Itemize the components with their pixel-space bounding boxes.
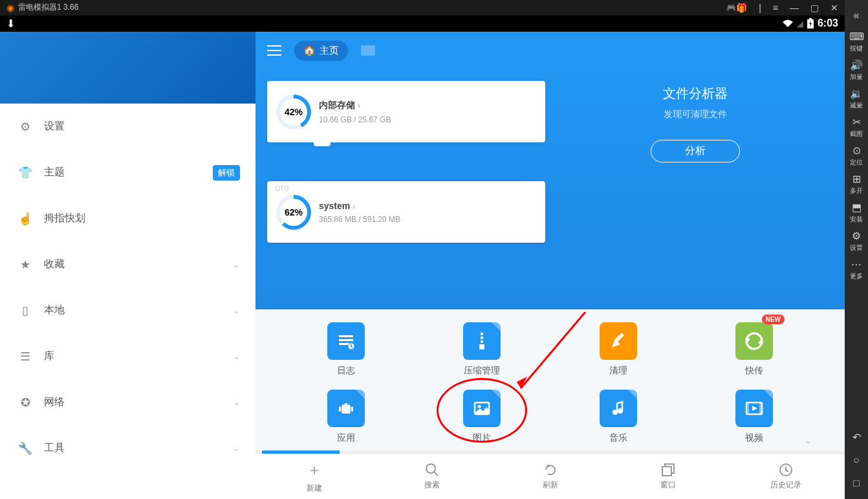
percent-ring: 42% bbox=[276, 94, 311, 129]
tool-label: 音乐 bbox=[609, 432, 627, 444]
multi-button[interactable]: ⊞多开 bbox=[845, 170, 868, 198]
history-button[interactable]: 历史记录 bbox=[727, 454, 845, 499]
chevron-down-icon: ⌄ bbox=[233, 443, 240, 453]
keymap-button[interactable]: ⌨按键 bbox=[845, 27, 868, 56]
sidebar-item-label: 收藏 bbox=[44, 258, 233, 271]
volume-down-button[interactable]: 🔉减量 bbox=[845, 84, 868, 113]
svg-rect-10 bbox=[342, 406, 351, 414]
back-icon[interactable]: ↶ bbox=[845, 425, 868, 449]
svg-rect-20 bbox=[746, 403, 749, 414]
percent-ring: 62% bbox=[276, 195, 311, 230]
tool-label: 清理 bbox=[609, 365, 627, 377]
recent-nav-icon[interactable]: □ bbox=[845, 472, 868, 495]
tool-log[interactable]: 日志 bbox=[288, 322, 404, 377]
percent-value: 62% bbox=[280, 199, 307, 226]
tool-video[interactable]: 视频 bbox=[696, 390, 812, 444]
search-button[interactable]: 搜索 bbox=[373, 454, 491, 499]
divider-icon: | bbox=[759, 3, 761, 13]
history-icon bbox=[779, 463, 793, 477]
svg-rect-14 bbox=[351, 406, 353, 412]
svg-point-12 bbox=[347, 404, 349, 405]
close-icon[interactable]: ✕ bbox=[830, 3, 838, 13]
gear-icon: ⚙ bbox=[16, 120, 35, 134]
sidebar-item-label: 主题 bbox=[44, 166, 213, 179]
sidebar-item-theme[interactable]: 👕 主题 解锁 bbox=[0, 150, 255, 195]
wifi-icon bbox=[783, 19, 793, 27]
tool-apps[interactable]: 应用 bbox=[288, 390, 404, 444]
sidebar-item-network[interactable]: ✪ 网络 ⌄ bbox=[0, 379, 255, 425]
tool-label: 日志 bbox=[337, 365, 355, 377]
star-icon: ★ bbox=[16, 258, 35, 272]
zip-icon bbox=[463, 322, 501, 360]
gear-icon: ⚙ bbox=[852, 230, 861, 242]
refresh-button[interactable]: 刷新 bbox=[491, 454, 609, 499]
tool-clean[interactable]: 清理 bbox=[560, 322, 677, 377]
sidebar-item-label: 网络 bbox=[44, 395, 233, 409]
volume-up-icon: 🔊 bbox=[850, 59, 863, 71]
download-icon[interactable]: ⬇ bbox=[6, 17, 15, 30]
sidebar-item-label: 工具 bbox=[44, 441, 233, 455]
svg-rect-2 bbox=[339, 335, 353, 337]
screenshot-button[interactable]: ✂截图 bbox=[845, 113, 868, 141]
new-button[interactable]: ＋ 新建 bbox=[255, 454, 373, 499]
tool-zip[interactable]: 压缩管理 bbox=[424, 322, 540, 377]
app-logo-icon: ◉ bbox=[6, 3, 14, 13]
storage-card-internal[interactable]: 42% 内部存储› 10.66 GB / 25.67 GB bbox=[267, 81, 545, 142]
tool-label: 快传 bbox=[745, 365, 763, 377]
location-button[interactable]: ⊙定位 bbox=[845, 141, 868, 170]
svg-rect-8 bbox=[481, 340, 483, 343]
sidebar-item-label: 本地 bbox=[44, 304, 233, 317]
storage-card-system[interactable]: OTG 62% system› 365.86 MB / 591.20 MB bbox=[267, 181, 545, 243]
android-icon bbox=[327, 390, 365, 427]
sidebar-item-settings[interactable]: ⚙ 设置 bbox=[0, 104, 255, 150]
sidebar: ⚙ 设置 👕 主题 解锁 ☝ 拇指快划 ★ 收藏 ⌄ bbox=[0, 32, 255, 499]
install-button[interactable]: ⬒安装 bbox=[845, 198, 868, 227]
maximize-icon[interactable]: ▢ bbox=[810, 3, 819, 13]
more-button[interactable]: ⋯更多 bbox=[845, 255, 868, 283]
svg-point-18 bbox=[618, 408, 623, 414]
tab-marker[interactable] bbox=[361, 45, 375, 56]
home-label: 主页 bbox=[320, 45, 339, 57]
sidebar-item-tools[interactable]: 🔧 工具 ⌄ bbox=[0, 425, 255, 471]
tool-transfer[interactable]: NEW 快传 bbox=[696, 322, 812, 377]
unlock-badge[interactable]: 解锁 bbox=[213, 165, 240, 181]
sidebar-hero bbox=[0, 32, 255, 104]
keyboard-icon: ⌨ bbox=[849, 30, 864, 43]
gift-icon[interactable]: 🎁 bbox=[736, 3, 747, 13]
minimize-icon[interactable]: — bbox=[790, 3, 799, 13]
plus-icon: ＋ bbox=[307, 460, 322, 480]
swipe-icon: ☝ bbox=[16, 212, 35, 226]
window-button[interactable]: 窗口 bbox=[609, 454, 727, 499]
chevron-down-icon: ⌄ bbox=[233, 351, 240, 361]
home-nav-icon[interactable]: ○ bbox=[845, 449, 868, 472]
layers-icon: ☰ bbox=[16, 349, 35, 364]
svg-rect-21 bbox=[759, 403, 762, 414]
signal-icon: ◢ bbox=[797, 19, 803, 28]
scissor-icon: ✂ bbox=[852, 116, 861, 128]
tool-images[interactable]: 图片 bbox=[424, 390, 540, 444]
sidebar-item-favorites[interactable]: ★ 收藏 ⌄ bbox=[0, 241, 255, 287]
hamburger-icon[interactable] bbox=[267, 45, 281, 56]
wrench-icon: 🔧 bbox=[16, 441, 35, 456]
storage-name: system bbox=[319, 201, 350, 211]
battery-icon bbox=[807, 18, 814, 28]
settings-button[interactable]: ⚙设置 bbox=[845, 227, 868, 255]
transfer-icon: NEW bbox=[735, 322, 773, 360]
log-icon bbox=[327, 322, 365, 360]
collapse-icon[interactable]: « bbox=[845, 4, 868, 27]
chevron-down-icon[interactable]: ⌄ bbox=[805, 435, 812, 445]
tool-music[interactable]: 音乐 bbox=[560, 390, 677, 444]
sidebar-item-local[interactable]: ▯ 本地 ⌄ bbox=[0, 287, 255, 333]
network-icon: ✪ bbox=[16, 395, 35, 410]
chevron-right-icon: › bbox=[358, 101, 360, 110]
analyze-button[interactable]: 分析 bbox=[651, 140, 740, 162]
otg-tag: OTG bbox=[275, 185, 289, 192]
sidebar-item-swipe[interactable]: ☝ 拇指快划 bbox=[0, 195, 255, 241]
home-tab[interactable]: 🏠 主页 bbox=[294, 41, 348, 61]
chevron-right-icon: › bbox=[353, 202, 355, 211]
volume-up-button[interactable]: 🔊加量 bbox=[845, 56, 868, 84]
menu-icon[interactable]: ≡ bbox=[773, 3, 778, 13]
window-icon bbox=[661, 463, 675, 477]
new-badge: NEW bbox=[762, 315, 785, 324]
sidebar-item-library[interactable]: ☰ 库 ⌄ bbox=[0, 333, 255, 379]
